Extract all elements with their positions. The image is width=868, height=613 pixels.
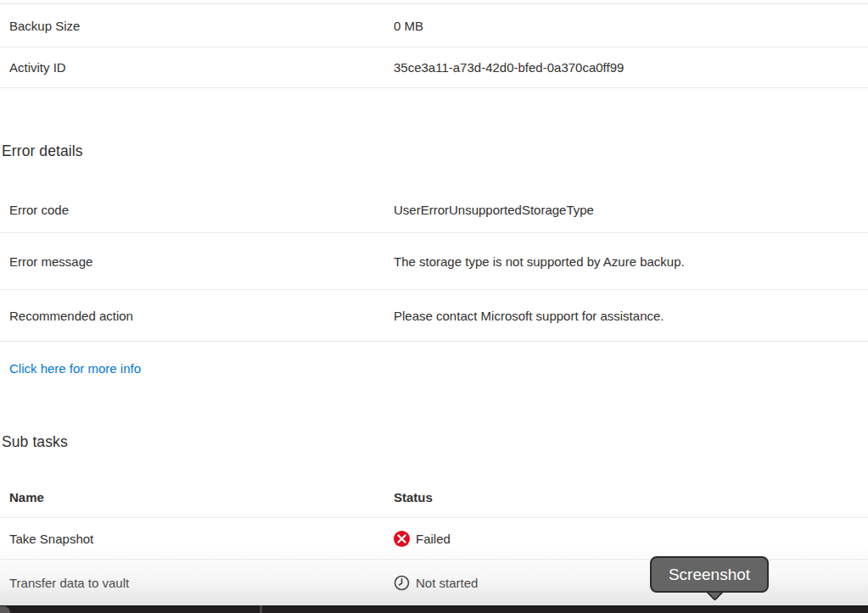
clock-icon — [394, 575, 410, 591]
error-row-recommended-action: Recommended action Please contact Micros… — [0, 290, 868, 342]
column-header-name: Name — [0, 490, 394, 504]
window-edge-divider — [260, 605, 262, 613]
table-row: Take Snapshot Failed — [0, 518, 868, 560]
error-value: Please contact Microsoft support for ass… — [394, 309, 868, 323]
subtask-status: Not started — [394, 575, 868, 591]
error-label: Error message — [0, 254, 394, 269]
detail-value: 35ce3a11-a73d-42d0-bfed-0a370ca0ff99 — [394, 60, 868, 75]
error-label: Error code — [0, 203, 394, 217]
detail-label: Backup Size — [0, 19, 394, 33]
error-value: UserErrorUnsupportedStorageType — [394, 203, 868, 217]
error-label: Recommended action — [0, 309, 394, 323]
error-details-list: Error code UserErrorUnsupportedStorageTy… — [0, 187, 868, 342]
detail-row-backup-size: Backup Size 0 MB — [0, 4, 868, 47]
status-text: Not started — [416, 576, 478, 590]
screenshot-tooltip: Screenshot — [650, 556, 769, 593]
error-details-heading: Error details — [2, 142, 83, 160]
error-value: The storage type is not supported by Azu… — [394, 254, 868, 269]
subtasks-heading: Sub tasks — [2, 433, 68, 451]
subtask-name: Transfer data to vault — [0, 576, 394, 590]
subtask-name: Take Snapshot — [0, 532, 394, 546]
error-row-code: Error code UserErrorUnsupportedStorageTy… — [0, 187, 868, 233]
detail-row-activity-id: Activity ID 35ce3a11-a73d-42d0-bfed-0a37… — [0, 47, 868, 88]
job-details-list: Backup Size 0 MB Activity ID 35ce3a11-a7… — [0, 3, 868, 88]
bottom-window-edge — [0, 605, 868, 613]
detail-value: 0 MB — [394, 19, 868, 33]
error-row-message: Error message The storage type is not su… — [0, 233, 868, 290]
corner-blob — [0, 606, 10, 613]
column-header-status: Status — [394, 490, 868, 504]
failed-icon — [394, 531, 410, 547]
status-text: Failed — [416, 532, 451, 546]
detail-label: Activity ID — [0, 60, 394, 75]
subtask-status: Failed — [394, 531, 868, 547]
more-info-link[interactable]: Click here for more info — [9, 361, 141, 376]
subtasks-header-row: Name Status — [0, 477, 868, 518]
